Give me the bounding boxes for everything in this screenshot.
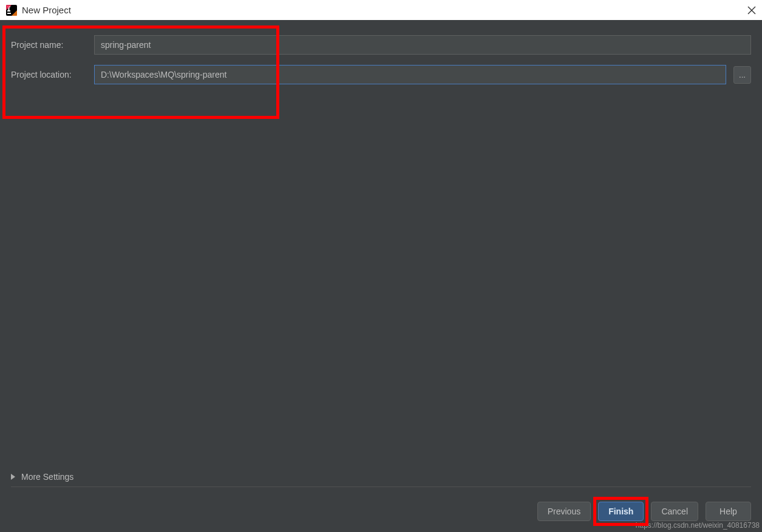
finish-button[interactable]: Finish: [598, 502, 644, 521]
more-settings-row[interactable]: More Settings: [11, 472, 751, 487]
form-area: Project name: Project location: ...: [0, 20, 762, 84]
button-bar: Previous Finish Cancel Help: [537, 502, 751, 521]
title-left: New Project: [6, 5, 71, 16]
watermark-text: https://blog.csdn.net/weixin_40816738: [636, 521, 760, 530]
intellij-icon: [6, 5, 17, 16]
project-name-input[interactable]: [94, 35, 751, 55]
project-name-row: Project name:: [11, 35, 751, 55]
close-icon[interactable]: [747, 6, 756, 15]
help-button[interactable]: Help: [706, 502, 751, 521]
project-name-label: Project name:: [11, 40, 87, 50]
previous-button[interactable]: Previous: [537, 502, 591, 521]
project-location-input[interactable]: [94, 65, 726, 84]
browse-button[interactable]: ...: [733, 66, 751, 84]
svg-rect-1: [7, 13, 11, 14]
cancel-button[interactable]: Cancel: [651, 502, 698, 521]
more-settings-label[interactable]: More Settings: [21, 472, 73, 482]
chevron-right-icon[interactable]: [11, 474, 15, 480]
finish-wrapper: Finish: [598, 502, 644, 521]
project-location-row: Project location: ...: [11, 65, 751, 84]
project-location-label: Project location:: [11, 70, 87, 79]
title-bar: New Project: [0, 0, 762, 20]
dialog-content: Project name: Project location: ... More…: [0, 20, 762, 532]
window-title: New Project: [22, 5, 71, 15]
